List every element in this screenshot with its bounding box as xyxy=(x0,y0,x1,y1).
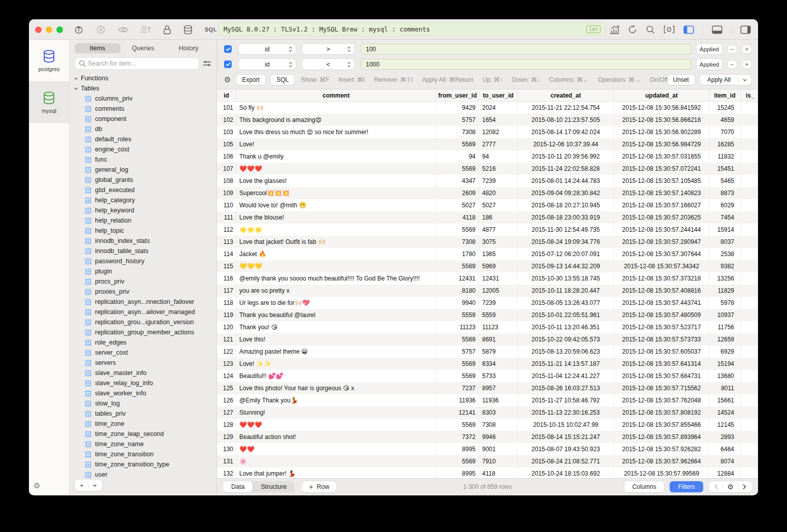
cell-updated-at[interactable]: 2015-12-08 15:30:57.684731 xyxy=(614,370,709,382)
sql-editor-icon[interactable]: SQL xyxy=(205,26,217,33)
cell-comment[interactable]: Love this photo! Your hair is gorgeous 😘… xyxy=(236,382,436,394)
cell-to-user-id[interactable]: 1365 xyxy=(479,248,518,260)
cell-updated-at[interactable]: 2015-12-08 15:30:57.307644 xyxy=(614,248,709,260)
cell-id[interactable]: 117 xyxy=(217,285,236,297)
filter-enabled-checkbox[interactable] xyxy=(224,45,232,53)
cell-created-at[interactable]: 2015-11-04 12:24:41.227 xyxy=(518,370,614,382)
cell-comment[interactable]: Amazing pastel theme 😀 xyxy=(236,346,436,358)
cell-comment[interactable]: you are so pretty x xyxy=(236,285,436,297)
cell-id[interactable]: 120 xyxy=(217,321,236,333)
sidebar-table-item[interactable]: tables_priv xyxy=(74,409,212,419)
cell-item-id[interactable]: 6029 xyxy=(709,199,741,211)
cell-item-id[interactable]: 5465 xyxy=(709,175,741,187)
cell-is[interactable] xyxy=(741,163,758,175)
cell-id[interactable]: 101 xyxy=(217,102,236,114)
cell-from-user-id[interactable]: 7308 xyxy=(436,236,479,248)
cell-item-id[interactable]: 13256 xyxy=(709,272,741,285)
cell-created-at[interactable]: 2015-08-24 21:08:52.771 xyxy=(518,455,614,467)
cell-id[interactable]: 118 xyxy=(217,297,236,309)
cell-comment[interactable]: ❤️❤️❤️ xyxy=(236,163,436,175)
cell-item-id[interactable]: 8074 xyxy=(709,455,741,467)
cell-to-user-id[interactable]: 9001 xyxy=(479,443,518,455)
table-row[interactable]: 114 Jacket 🔥 1780 1365 2015-07-12 06:20:… xyxy=(217,248,758,260)
sidebar-table-item[interactable]: password_history xyxy=(74,256,212,266)
filter-options-icon[interactable] xyxy=(203,60,211,67)
cell-comment[interactable]: Beautiful action shot! xyxy=(236,431,436,443)
cell-id[interactable]: 107 xyxy=(217,163,236,175)
column-header-updated-at[interactable]: updated_at xyxy=(614,89,709,101)
sidebar-table-item[interactable]: help_relation xyxy=(74,215,212,226)
column-header-id[interactable]: id xyxy=(217,89,236,101)
chart-icon[interactable] xyxy=(610,25,619,34)
cell-to-user-id[interactable]: 12431 xyxy=(479,272,518,285)
cell-is[interactable] xyxy=(741,260,758,272)
cell-is[interactable] xyxy=(741,150,758,163)
cell-updated-at[interactable]: 2015-12-08 15:30:57.244144 xyxy=(614,224,709,236)
cell-from-user-id[interactable]: 12431 xyxy=(436,272,479,285)
connection-postgres[interactable]: postgres xyxy=(29,40,69,81)
cell-item-id[interactable]: 5978 xyxy=(709,297,741,309)
database-icon[interactable] xyxy=(183,25,193,35)
cell-from-user-id[interactable]: 11936 xyxy=(436,394,479,406)
cell-created-at[interactable]: 2015-11-30 12:54:49.735 xyxy=(518,224,614,236)
filter-applied-button[interactable]: Applied xyxy=(697,59,722,70)
sidebar-table-item[interactable]: server_cost xyxy=(74,348,212,358)
cell-created-at[interactable]: 2015-10-01 22:05:51.961 xyxy=(518,309,614,321)
cell-is[interactable] xyxy=(741,431,758,443)
tab-structure[interactable]: Structure xyxy=(253,481,295,492)
cell-item-id[interactable]: 12659 xyxy=(709,333,741,346)
cell-updated-at[interactable]: 2015-12-08 15:30:56.902289 xyxy=(614,126,709,138)
sidebar-table-item[interactable]: help_topic xyxy=(74,226,212,236)
cell-created-at[interactable]: 2015-11-24 22:02:58.828 xyxy=(518,163,614,175)
cell-item-id[interactable]: 7454 xyxy=(709,211,741,224)
cell-is[interactable] xyxy=(741,370,758,382)
cell-updated-at[interactable]: 2015-12-08 15:30:57.031655 xyxy=(614,150,709,163)
table-row[interactable]: 110 Would love to! @mith 😬 5027 5027 201… xyxy=(217,199,758,211)
filter-column-select[interactable]: id xyxy=(239,59,296,70)
cell-id[interactable]: 130 xyxy=(217,443,236,455)
cell-comment[interactable]: Jacket 🔥 xyxy=(236,248,436,260)
cell-updated-at[interactable]: 2015-12-08 15:30:57.641314 xyxy=(614,358,709,370)
cell-from-user-id[interactable]: 7372 xyxy=(436,431,479,443)
cell-is[interactable] xyxy=(741,419,758,431)
cell-created-at[interactable]: 2015-08-14 17:09:42.024 xyxy=(518,126,614,138)
cell-created-at[interactable]: 2015-08-14 15:15:21.247 xyxy=(518,431,614,443)
table-row[interactable]: 122 Amazing pastel theme 😀 5757 5879 201… xyxy=(217,346,758,358)
cell-from-user-id[interactable]: 5569 xyxy=(436,333,479,346)
cell-item-id[interactable]: 14524 xyxy=(709,406,741,419)
search-icon[interactable] xyxy=(646,25,655,34)
cell-is[interactable] xyxy=(741,211,758,224)
cell-id[interactable]: 125 xyxy=(217,382,236,394)
cell-is[interactable] xyxy=(741,358,758,370)
cell-id[interactable]: 123 xyxy=(217,358,236,370)
cell-created-at[interactable]: 2015-10-11 20:39:56.992 xyxy=(518,150,614,163)
cell-comment[interactable]: Thank you! 😘 xyxy=(236,321,436,333)
cell-from-user-id[interactable]: 5569 xyxy=(436,260,479,272)
cell-from-user-id[interactable]: 5569 xyxy=(436,370,479,382)
filters-button[interactable]: Filters xyxy=(670,481,704,492)
cell-comment[interactable]: Love! xyxy=(236,138,436,150)
sidebar-table-item[interactable]: time_zone_leap_second xyxy=(74,429,212,439)
cell-id[interactable]: 105 xyxy=(217,138,236,150)
add-row-button[interactable]: + Row xyxy=(302,481,336,492)
cell-from-user-id[interactable]: 5559 xyxy=(436,309,479,321)
cell-is[interactable] xyxy=(741,394,758,406)
cell-item-id[interactable]: 7070 xyxy=(709,126,741,138)
cell-to-user-id[interactable]: 9946 xyxy=(479,431,518,443)
cell-updated-at[interactable]: 2015-12-08 15:30:57.962664 xyxy=(614,455,709,467)
cell-item-id[interactable]: 11756 xyxy=(709,321,741,333)
cell-comment[interactable]: Beautiful!! 💕💕 xyxy=(236,370,436,382)
cell-is[interactable] xyxy=(741,297,758,309)
cell-id[interactable]: 112 xyxy=(217,224,236,236)
table-row[interactable]: 120 Thank you! 😘 11123 11123 2015-10-11 … xyxy=(217,321,758,333)
cell-item-id[interactable]: 12145 xyxy=(709,419,741,431)
cell-comment[interactable]: Love the blouse! xyxy=(236,211,436,224)
sidebar-table-item[interactable]: user xyxy=(74,470,212,480)
cell-created-at[interactable]: 2015-08-13 20:59:06.623 xyxy=(518,346,614,358)
table-row[interactable]: 102 This background is amazing😍 5757 165… xyxy=(217,114,758,126)
next-page-button[interactable] xyxy=(738,484,750,490)
cell-updated-at[interactable]: 2015-12-08 15:30:57.808192 xyxy=(614,406,709,419)
sidebar-table-item[interactable]: slave_worker_info xyxy=(74,388,212,398)
cell-created-at[interactable]: 2015-08-07 19:43:50.923 xyxy=(518,443,614,455)
table-row[interactable]: 106 Thank u @emily 94 94 2015-10-11 20:3… xyxy=(217,150,758,163)
